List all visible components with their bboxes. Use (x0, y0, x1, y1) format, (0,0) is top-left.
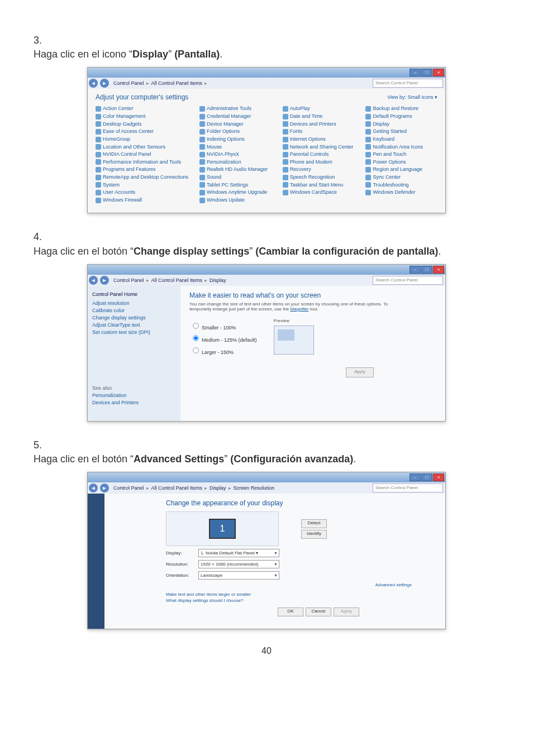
text-size-radio[interactable]: Medium - 125% (default) (189, 333, 257, 343)
control-panel-item[interactable]: Windows Firewall (96, 197, 188, 203)
text-size-radio[interactable]: Smaller - 100% (189, 320, 257, 331)
control-panel-item[interactable]: Getting Started (365, 128, 437, 135)
control-panel-item[interactable]: Internet Options (283, 136, 355, 142)
control-panel-item[interactable]: Personalization (199, 159, 272, 165)
control-panel-item[interactable]: NVIDIA PhysX (199, 151, 272, 157)
control-panel-item[interactable]: Fonts (283, 128, 355, 135)
control-panel-item[interactable]: Default Programs (365, 113, 437, 119)
sidebar-home[interactable]: Control Panel Home (92, 291, 176, 297)
maximize-button[interactable]: □ (421, 266, 432, 274)
control-panel-item[interactable]: Ease of Access Center (96, 128, 188, 135)
control-panel-item[interactable]: Speech Recognition (283, 174, 355, 180)
breadcrumb[interactable]: Control Panel▸All Control Panel Items▸ (110, 80, 373, 86)
sidebar-link[interactable]: Set custom text size (DPI) (92, 329, 176, 335)
control-panel-item[interactable]: Administrative Tools (199, 106, 272, 112)
control-panel-item[interactable]: Tablet PC Settings (199, 182, 272, 188)
what-settings-link[interactable]: What display settings should I choose? (166, 598, 429, 603)
nav-forward-button[interactable]: ► (100, 79, 109, 88)
apply-button[interactable]: Apply (334, 607, 359, 616)
see-also-link[interactable]: Personalization (92, 393, 176, 398)
detect-button[interactable]: Detect (301, 519, 327, 528)
breadcrumb[interactable]: Control Panel▸All Control Panel Items▸Di… (110, 485, 373, 491)
control-panel-item[interactable]: Network and Sharing Center (283, 144, 355, 150)
control-panel-item[interactable]: User Accounts (96, 189, 188, 195)
control-panel-item[interactable]: Parental Controls (283, 151, 355, 157)
maximize-button[interactable]: □ (421, 473, 432, 481)
monitor-1-icon[interactable] (209, 519, 236, 539)
control-panel-item[interactable]: Location and Other Sensors (96, 144, 188, 150)
control-panel-item[interactable]: Taskbar and Start Menu (283, 182, 355, 188)
cancel-button[interactable]: Cancel (306, 607, 331, 616)
magnifier-link[interactable]: Magnifier (291, 307, 309, 312)
close-button[interactable]: × (433, 266, 444, 274)
ok-button[interactable]: OK (278, 607, 303, 616)
make-text-larger-link[interactable]: Make text and other items larger or smal… (166, 592, 429, 597)
control-panel-item[interactable]: Realtek HD Audio Manager (199, 166, 272, 173)
monitor-preview[interactable] (166, 511, 279, 546)
control-panel-item[interactable]: Device Manager (199, 121, 272, 127)
control-panel-item[interactable]: Programs and Features (96, 166, 188, 173)
address-bar: ◄ ► Control Panel▸All Control Panel Item… (88, 78, 445, 89)
minimize-button[interactable]: – (410, 473, 421, 481)
control-panel-item[interactable]: Folder Options (199, 128, 272, 135)
cp-icon (96, 198, 101, 203)
control-panel-item[interactable]: Mouse (199, 144, 272, 150)
nav-back-button[interactable]: ◄ (89, 79, 98, 88)
control-panel-item[interactable]: Power Options (365, 159, 437, 165)
close-button[interactable]: × (433, 473, 444, 481)
control-panel-item[interactable]: Backup and Restore (365, 106, 437, 112)
control-panel-item[interactable]: Pen and Touch (365, 151, 437, 157)
display-dropdown[interactable]: 1. Nvidia Default Flat Panel ▾ (198, 549, 279, 557)
control-panel-item[interactable]: Keyboard (365, 136, 437, 142)
minimize-button[interactable]: – (410, 266, 421, 274)
control-panel-item[interactable]: Troubleshooting (365, 182, 437, 188)
control-panel-item[interactable]: Credential Manager (199, 113, 272, 119)
control-panel-item[interactable]: Desktop Gadgets (96, 121, 188, 127)
close-button[interactable]: × (433, 69, 444, 76)
control-panel-item[interactable]: Region and Language (365, 166, 437, 173)
control-panel-item[interactable]: Windows Update (199, 197, 272, 203)
control-panel-item[interactable]: Windows Anytime Upgrade (199, 189, 272, 195)
control-panel-item[interactable]: AutoPlay (283, 106, 355, 112)
control-panel-item[interactable]: Phone and Modem (283, 159, 355, 165)
control-panel-item[interactable]: HomeGroup (96, 136, 188, 142)
sidebar-link[interactable]: Adjust resolution (92, 300, 176, 306)
apply-button[interactable]: Apply (346, 367, 374, 377)
resolution-dropdown[interactable]: 1920 × 1080 (recommended) (198, 560, 279, 568)
nav-back-button[interactable]: ◄ (89, 276, 98, 285)
control-panel-item[interactable]: Windows Defender (365, 189, 437, 195)
minimize-button[interactable]: – (410, 69, 421, 76)
control-panel-item[interactable]: Sound (199, 174, 272, 180)
control-panel-item[interactable]: Performance Information and Tools (96, 159, 188, 165)
sidebar-link[interactable]: Adjust ClearType text (92, 322, 176, 328)
sidebar-link[interactable]: Calibrate color (92, 308, 176, 313)
control-panel-item[interactable]: Recovery (283, 166, 355, 173)
control-panel-item[interactable]: Devices and Printers (283, 121, 355, 127)
see-also-link[interactable]: Devices and Printers (92, 400, 176, 405)
breadcrumb[interactable]: Control Panel▸All Control Panel Items▸Di… (110, 277, 373, 283)
control-panel-item[interactable]: Sync Center (365, 174, 437, 180)
control-panel-item[interactable]: Display (365, 121, 437, 127)
nav-forward-button[interactable]: ► (100, 276, 109, 285)
control-panel-item[interactable]: Indexing Options (199, 136, 272, 142)
orientation-dropdown[interactable]: Landscape (198, 571, 279, 580)
control-panel-item[interactable]: RemoteApp and Desktop Connections (96, 174, 188, 180)
maximize-button[interactable]: □ (421, 69, 432, 76)
text-size-radio[interactable]: Larger - 150% (189, 345, 257, 355)
search-input[interactable]: Search Control Panel (373, 276, 443, 285)
sidebar-link[interactable]: Change display settings (92, 315, 176, 320)
control-panel-item[interactable]: Notification Area Icons (365, 144, 437, 150)
nav-back-button[interactable]: ◄ (89, 484, 98, 492)
control-panel-item[interactable]: System (96, 182, 188, 188)
control-panel-item[interactable]: Date and Time (283, 113, 355, 119)
nav-forward-button[interactable]: ► (100, 484, 109, 492)
control-panel-item[interactable]: NVIDIA Control Panel (96, 151, 188, 157)
control-panel-item[interactable]: Action Center (96, 106, 188, 112)
search-input[interactable]: Search Control Panel (373, 79, 443, 88)
identify-button[interactable]: Identify (301, 530, 327, 539)
control-panel-item[interactable]: Windows CardSpace (283, 189, 355, 195)
advanced-settings-link[interactable]: Advanced settings (166, 582, 412, 587)
control-panel-item[interactable]: Color Management (96, 113, 188, 119)
view-by-selector[interactable]: View by: Small icons ▾ (387, 94, 437, 100)
search-input[interactable]: Search Control Panel (373, 484, 443, 492)
